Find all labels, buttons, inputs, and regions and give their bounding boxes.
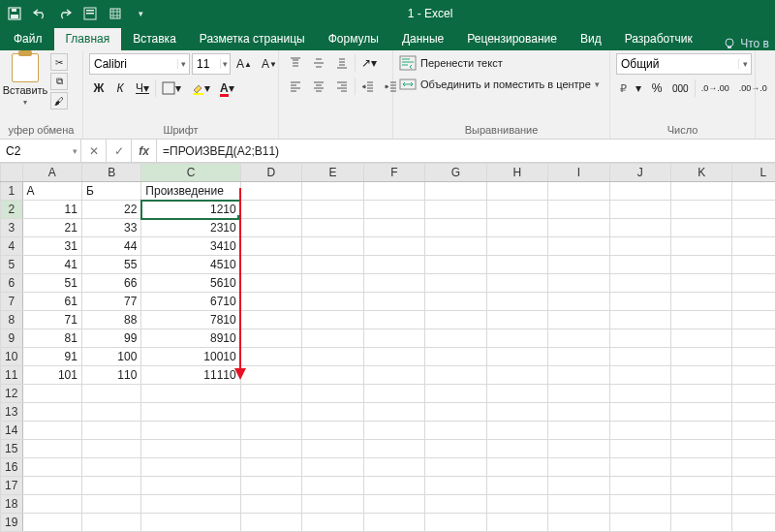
align-left-icon[interactable] <box>285 77 306 96</box>
cell[interactable]: 110 <box>81 366 140 385</box>
cell[interactable] <box>363 219 424 237</box>
accounting-format-icon[interactable]: ₽▾ <box>616 78 645 98</box>
cell[interactable] <box>363 403 424 422</box>
font-size-combo[interactable]: ▾ <box>192 53 231 75</box>
cell[interactable] <box>425 366 486 385</box>
row-header[interactable]: 12 <box>1 385 23 403</box>
cell[interactable] <box>671 514 732 532</box>
chevron-down-icon[interactable]: ▾ <box>177 59 189 69</box>
tab-insert[interactable]: Вставка <box>121 28 188 50</box>
cell[interactable] <box>22 440 81 458</box>
cell[interactable] <box>486 348 547 366</box>
format-painter-icon[interactable]: 🖌 <box>50 92 68 110</box>
cell[interactable] <box>732 237 775 256</box>
fx-icon[interactable]: fx <box>132 140 157 162</box>
cell[interactable] <box>732 348 775 366</box>
cell[interactable]: 4510 <box>141 256 240 274</box>
font-name-input[interactable] <box>90 57 177 71</box>
row-header[interactable]: 14 <box>1 422 23 440</box>
cell[interactable] <box>548 422 609 440</box>
cell[interactable] <box>732 256 775 274</box>
cell[interactable] <box>609 385 670 403</box>
cell[interactable] <box>486 329 547 348</box>
cell[interactable] <box>22 385 81 403</box>
cell[interactable] <box>363 366 424 385</box>
row-header[interactable]: 1 <box>1 182 23 201</box>
cell[interactable] <box>22 458 81 477</box>
tell-me[interactable]: Что в <box>723 37 775 50</box>
cell[interactable] <box>425 514 486 532</box>
cell[interactable] <box>302 274 363 293</box>
cell[interactable] <box>22 514 81 532</box>
save-icon[interactable] <box>6 5 23 22</box>
cell[interactable] <box>548 311 609 329</box>
cell[interactable] <box>240 385 301 403</box>
qat-button[interactable] <box>107 5 124 22</box>
cell[interactable] <box>671 366 732 385</box>
cell[interactable] <box>363 477 424 495</box>
cell[interactable] <box>732 495 775 514</box>
cell[interactable] <box>486 293 547 311</box>
cell[interactable]: 22 <box>81 201 140 219</box>
cell[interactable] <box>548 219 609 237</box>
borders-icon[interactable]: ▾ <box>158 78 185 98</box>
cell[interactable] <box>486 201 547 219</box>
cell[interactable] <box>240 182 301 201</box>
font-size-input[interactable] <box>193 57 220 71</box>
cell[interactable]: 31 <box>22 237 81 256</box>
cell[interactable] <box>486 311 547 329</box>
column-header[interactable]: J <box>609 164 670 182</box>
increase-font-icon[interactable]: A▲ <box>232 54 256 74</box>
cell[interactable]: 51 <box>22 274 81 293</box>
cell[interactable] <box>425 274 486 293</box>
cell[interactable]: 2310 <box>141 219 240 237</box>
cell[interactable] <box>732 477 775 495</box>
cell[interactable]: 33 <box>81 219 140 237</box>
cell[interactable] <box>548 237 609 256</box>
column-header[interactable]: I <box>548 164 609 182</box>
redo-icon[interactable] <box>56 5 74 22</box>
cell[interactable] <box>486 274 547 293</box>
cell[interactable] <box>240 348 301 366</box>
cell[interactable] <box>486 458 547 477</box>
row-header[interactable]: 5 <box>1 256 23 274</box>
cell[interactable] <box>302 256 363 274</box>
cell[interactable] <box>81 514 140 532</box>
cell[interactable] <box>302 219 363 237</box>
underline-button[interactable]: Ч▾ <box>132 78 153 98</box>
cell[interactable] <box>732 329 775 348</box>
cell[interactable] <box>141 422 240 440</box>
cell[interactable] <box>363 348 424 366</box>
cell[interactable] <box>732 422 775 440</box>
cell[interactable] <box>240 201 301 219</box>
cell[interactable] <box>486 477 547 495</box>
bold-button[interactable]: Ж <box>89 78 108 98</box>
cell[interactable] <box>486 182 547 201</box>
cell[interactable] <box>548 403 609 422</box>
cell[interactable] <box>732 385 775 403</box>
cell[interactable] <box>732 311 775 329</box>
cell[interactable] <box>141 477 240 495</box>
cell[interactable] <box>609 403 670 422</box>
cell[interactable] <box>486 237 547 256</box>
cell[interactable] <box>22 403 81 422</box>
cell[interactable] <box>302 422 363 440</box>
cell[interactable] <box>609 366 670 385</box>
column-header[interactable]: F <box>363 164 424 182</box>
cell[interactable] <box>671 348 732 366</box>
number-format-combo[interactable]: ▾ <box>616 53 752 75</box>
cell[interactable]: 5610 <box>141 274 240 293</box>
cell[interactable] <box>363 495 424 514</box>
cell[interactable] <box>732 514 775 532</box>
cell[interactable] <box>671 458 732 477</box>
cell[interactable] <box>548 385 609 403</box>
row-header[interactable]: 7 <box>1 293 23 311</box>
cell[interactable] <box>548 366 609 385</box>
cell[interactable] <box>609 495 670 514</box>
row-header[interactable]: 6 <box>1 274 23 293</box>
orientation-icon[interactable]: ↗▾ <box>357 53 381 73</box>
qat-button[interactable] <box>81 5 99 22</box>
cell[interactable] <box>671 477 732 495</box>
column-header[interactable]: G <box>425 164 486 182</box>
cell[interactable] <box>425 293 486 311</box>
